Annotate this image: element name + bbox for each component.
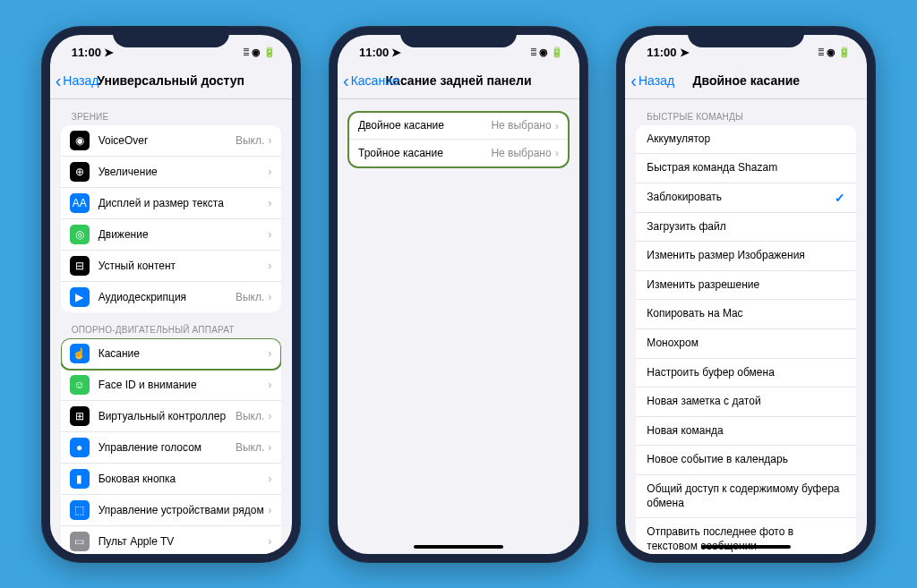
content-area[interactable]: Двойное касаниеНе выбрано›Тройное касани… (338, 99, 579, 554)
notch (113, 26, 229, 47)
screen-2: 11:00 ➤ ⦙⦙⦙ ◉ 🔋 ‹ Касание Касание задней… (338, 35, 579, 554)
battery-icon: 🔋 (551, 47, 563, 58)
row-label: Пульт Apple TV (99, 535, 265, 548)
row-value: Выкл. (236, 134, 264, 147)
row-value: Не выбрано (491, 119, 551, 132)
shortcut-label: Отправить последнее фото в текстовом соо… (647, 525, 845, 553)
settings-row-audio[interactable]: ▶АудиодескрипцияВыкл.› (61, 282, 281, 312)
nav-bar: ‹ Назад Универсальный доступ (50, 64, 292, 99)
content-area[interactable]: БЫСТРЫЕ КОМАНДЫ АккумуляторБыстрая коман… (625, 99, 867, 554)
row-label: VoiceOver (99, 134, 236, 147)
shortcut-row[interactable]: Общий доступ к содержимому буфера обмена (636, 475, 856, 518)
chevron-right-icon: › (268, 503, 271, 516)
settings-row-voiceover[interactable]: ◉VoiceOverВыкл.› (61, 125, 281, 157)
back-button[interactable]: ‹ Касание (343, 72, 399, 89)
back-label: Назад (63, 73, 99, 88)
back-button[interactable]: ‹ Назад (630, 72, 674, 89)
shortcut-label: Заблокировать (647, 191, 835, 205)
chevron-right-icon: › (268, 346, 271, 360)
settings-row-faceid[interactable]: ☺Face ID и внимание› (61, 370, 281, 401)
chevron-right-icon: › (268, 440, 271, 454)
motion-icon: ◎ (70, 225, 90, 244)
row-value: Выкл. (236, 410, 264, 422)
settings-row-zoom[interactable]: ⊕Увеличение› (61, 157, 281, 188)
row-label: Увеличение (99, 166, 265, 178)
settings-row-voice[interactable]: ●Управление голосомВыкл.› (61, 432, 281, 464)
row-label: Тройное касание (358, 147, 491, 159)
content-area[interactable]: ЗРЕНИЕ◉VoiceOverВыкл.›⊕Увеличение›AAДисп… (50, 99, 292, 554)
back-tap-row[interactable]: Двойное касаниеНе выбрано› (349, 113, 568, 140)
row-label: Боковая кнопка (99, 473, 265, 485)
location-icon: ➤ (391, 46, 401, 59)
shortcut-label: Общий доступ к содержимому буфера обмена (647, 482, 845, 510)
shortcut-row[interactable]: Заблокировать✓ (636, 183, 856, 213)
settings-row-side[interactable]: ▮Боковая кнопка› (61, 464, 281, 495)
spoken-icon: ⊟ (70, 256, 90, 276)
chevron-right-icon: › (268, 409, 271, 422)
touch-icon: ☝ (70, 344, 90, 363)
wifi-icon: ◉ (252, 47, 261, 58)
shortcut-label: Настроить буфер обмена (647, 366, 845, 380)
shortcut-label: Аккумулятор (647, 132, 845, 147)
settings-row-appletv[interactable]: ▭Пульт Apple TV› (61, 526, 281, 554)
row-value: Не выбрано (491, 147, 551, 159)
settings-row-spoken[interactable]: ⊟Устный контент› (61, 251, 281, 282)
status-time: 11:00 (647, 46, 676, 59)
appletv-icon: ▭ (70, 532, 90, 551)
shortcut-label: Быстрая команда Shazam (647, 161, 845, 175)
back-label: Назад (638, 73, 674, 88)
settings-list: ☝Касание›☺Face ID и внимание›⊞Виртуальны… (61, 338, 281, 554)
chevron-right-icon: › (268, 133, 271, 147)
row-label: Face ID и внимание (99, 379, 265, 391)
voice-icon: ● (70, 438, 90, 457)
faceid-icon: ☺ (70, 375, 90, 395)
section-header: ЗРЕНИЕ (61, 99, 281, 125)
shortcut-row[interactable]: Новая заметка с датой (636, 388, 856, 417)
shortcut-row[interactable]: Настроить буфер обмена (636, 359, 856, 388)
shortcut-row[interactable]: Новое событие в календарь (636, 446, 856, 475)
wifi-icon: ◉ (827, 47, 836, 58)
nav-bar: ‹ Назад Двойное касание (625, 64, 867, 99)
zoom-icon: ⊕ (70, 162, 90, 182)
notch (688, 26, 804, 47)
display-icon: AA (70, 193, 90, 213)
home-indicator[interactable] (701, 545, 791, 549)
shortcut-row[interactable]: Изменить размер Изображения (636, 242, 856, 271)
battery-icon: 🔋 (838, 47, 851, 58)
chevron-right-icon: › (268, 165, 271, 178)
back-label: Касание (351, 73, 399, 88)
chevron-right-icon: › (555, 119, 559, 132)
side-icon: ▮ (70, 469, 90, 489)
shortcut-row[interactable]: Аккумулятор (636, 125, 856, 155)
shortcut-row[interactable]: Новая команда (636, 417, 856, 447)
voiceover-icon: ◉ (70, 131, 90, 150)
back-tap-row[interactable]: Тройное касаниеНе выбрано› (349, 140, 568, 166)
signal-icon: ⦙⦙⦙ (818, 47, 824, 58)
row-label: Устный контент (99, 260, 265, 272)
home-indicator[interactable] (414, 545, 503, 549)
phone-frame-1: 11:00 ➤ ⦙⦙⦙ ◉ 🔋 ‹ Назад Универсальный до… (41, 26, 301, 563)
status-time: 11:00 (72, 46, 101, 59)
row-value: Выкл. (236, 441, 264, 454)
settings-row-display[interactable]: AAДисплей и размер текста› (61, 188, 281, 219)
chevron-right-icon: › (268, 227, 271, 241)
shortcut-row[interactable]: Копировать на Mac (636, 300, 856, 329)
shortcut-label: Изменить разрешение (647, 278, 845, 293)
chevron-right-icon: › (268, 196, 271, 209)
shortcut-row[interactable]: Изменить разрешение (636, 271, 856, 301)
back-button[interactable]: ‹ Назад (56, 72, 99, 89)
shortcut-label: Загрузить файл (647, 220, 845, 234)
settings-row-touch[interactable]: ☝Касание› (61, 338, 281, 370)
shortcut-row[interactable]: Быстрая команда Shazam (636, 154, 856, 183)
shortcut-row[interactable]: Монохром (636, 329, 856, 359)
shortcut-label: Копировать на Mac (647, 307, 845, 321)
row-value: Выкл. (236, 291, 264, 303)
screen-3: 11:00 ➤ ⦙⦙⦙ ◉ 🔋 ‹ Назад Двойное касание … (625, 35, 867, 554)
shortcut-row[interactable]: Загрузить файл (636, 213, 856, 243)
settings-row-nearby[interactable]: ⬚Управление устройствами рядом› (61, 495, 281, 526)
settings-row-motion[interactable]: ◎Движение› (61, 219, 281, 251)
battery-icon: 🔋 (263, 47, 276, 58)
shortcut-row[interactable]: Отправить последнее фото в текстовом соо… (636, 518, 856, 553)
settings-row-switch[interactable]: ⊞Виртуальный контроллерВыкл.› (61, 401, 281, 432)
settings-list: ◉VoiceOverВыкл.›⊕Увеличение›AAДисплей и … (61, 125, 281, 312)
